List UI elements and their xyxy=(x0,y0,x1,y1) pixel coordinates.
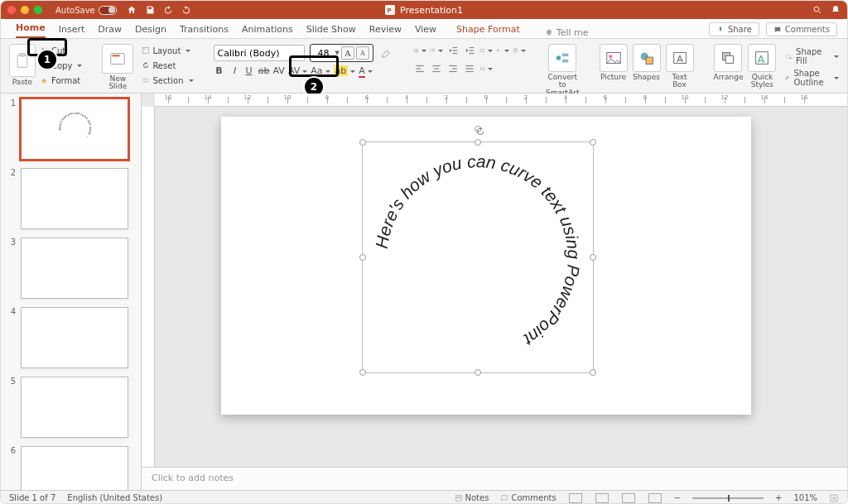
line-spacing-button[interactable] xyxy=(479,44,493,57)
tab-slideshow[interactable]: Slide Show xyxy=(306,24,356,38)
tell-me-search[interactable]: Tell me xyxy=(545,27,589,38)
cut-button[interactable]: Cut xyxy=(41,44,82,57)
undo-icon[interactable] xyxy=(163,5,173,15)
save-icon[interactable] xyxy=(145,5,155,15)
horizontal-ruler[interactable]: 1614121086420246810121416 xyxy=(155,94,847,107)
decrease-indent-button[interactable] xyxy=(446,44,460,57)
thumbnail-2[interactable]: 2 xyxy=(9,168,137,229)
tab-shape-format[interactable]: Shape Format xyxy=(456,24,520,38)
shape-fill-button[interactable]: Shape Fill xyxy=(784,47,838,65)
change-case-button[interactable]: Aa xyxy=(311,65,330,76)
tab-animations[interactable]: Animations xyxy=(242,24,293,38)
thumbnail-6[interactable]: 6 xyxy=(9,446,137,490)
bullets-button[interactable] xyxy=(413,44,426,57)
font-name-input[interactable] xyxy=(214,45,305,61)
minimize-window-button[interactable] xyxy=(21,6,29,14)
shapes-button[interactable]: Shapes xyxy=(633,44,661,81)
font-color-button[interactable]: A xyxy=(359,65,373,76)
comments-button[interactable]: Comments xyxy=(766,22,837,36)
thumbnail-1[interactable]: 1Here's how you can curve text using … xyxy=(9,98,137,160)
svg-rect-10 xyxy=(113,55,120,56)
thumbnail-5[interactable]: 5 xyxy=(9,377,137,438)
notes-pane[interactable]: Click to add notes xyxy=(142,467,847,490)
convert-smartart-button[interactable]: Convert to SmartArt xyxy=(546,44,580,97)
zoom-value[interactable]: 101% xyxy=(793,493,817,502)
section-button[interactable]: Section xyxy=(142,74,193,87)
align-text-button[interactable] xyxy=(513,44,526,57)
slide-counter[interactable]: Slide 1 of 7 xyxy=(9,493,55,502)
redo-icon[interactable] xyxy=(181,5,191,15)
thumbnail-4[interactable]: 4 xyxy=(9,307,137,368)
view-reading-button[interactable] xyxy=(622,493,635,503)
highlight-button[interactable]: ab xyxy=(334,65,356,76)
character-spacing-button[interactable]: AV xyxy=(288,65,307,76)
view-normal-button[interactable] xyxy=(569,493,582,503)
share-button[interactable]: Share xyxy=(709,22,759,36)
numbering-button[interactable]: 12 xyxy=(430,44,443,57)
tab-view[interactable]: View xyxy=(415,24,436,38)
view-slideshow-button[interactable] xyxy=(648,493,662,503)
textbox-button[interactable]: AText Box xyxy=(666,44,694,89)
bold-button[interactable]: B xyxy=(214,65,225,76)
slide-1[interactable]: Here's how you can curve text using Powe… xyxy=(221,117,751,415)
chevron-down-icon[interactable]: ▼ xyxy=(335,50,340,56)
slide-thumbnails[interactable]: 1Here's how you can curve text using … 2… xyxy=(1,94,142,490)
fit-to-window-button[interactable] xyxy=(829,493,839,503)
tab-transitions[interactable]: Transitions xyxy=(180,24,229,38)
tab-draw[interactable]: Draw xyxy=(98,24,122,38)
language-indicator[interactable]: English (United States) xyxy=(67,493,162,502)
reset-button[interactable]: Reset xyxy=(142,59,193,72)
svg-rect-24 xyxy=(432,50,435,51)
comments-toggle[interactable]: Comments xyxy=(500,493,556,502)
paste-button[interactable]: Paste xyxy=(9,44,36,87)
strike-button[interactable]: ab xyxy=(258,65,270,76)
bell-icon[interactable] xyxy=(831,5,841,15)
picture-button[interactable]: Picture xyxy=(600,44,628,81)
columns-button[interactable] xyxy=(479,62,493,75)
rotate-handle[interactable] xyxy=(475,126,481,132)
tab-design[interactable]: Design xyxy=(135,24,166,38)
quick-styles-button[interactable]: AQuick Styles xyxy=(748,44,776,89)
clear-formatting-button[interactable] xyxy=(378,46,393,60)
arrange-button[interactable]: Arrange xyxy=(714,44,744,81)
increase-font-button[interactable]: A xyxy=(341,46,354,60)
svg-rect-60 xyxy=(726,55,734,63)
autosave-switch-off[interactable] xyxy=(99,6,117,15)
justify-icon xyxy=(464,63,475,74)
text-direction-button[interactable]: A xyxy=(496,44,509,57)
notes-toggle[interactable]: Notes xyxy=(455,493,489,502)
slide-canvas-area[interactable]: Here's how you can curve text using Powe… xyxy=(155,107,847,467)
decrease-font-button[interactable]: A xyxy=(356,46,369,60)
format-painter-button[interactable]: Format xyxy=(41,74,82,87)
zoom-in-button[interactable]: + xyxy=(775,493,782,502)
underline-button[interactable]: U xyxy=(243,65,255,76)
justify-button[interactable] xyxy=(463,62,476,75)
align-center-button[interactable] xyxy=(430,62,443,75)
view-sorter-button[interactable] xyxy=(595,493,609,503)
tab-home[interactable]: Home xyxy=(16,22,46,38)
curved-text-box[interactable]: Here's how you can curve text using Powe… xyxy=(362,142,594,373)
new-slide-button[interactable]: New Slide xyxy=(102,44,133,91)
zoom-out-button[interactable]: − xyxy=(674,493,681,502)
thumbnail-3[interactable]: 3 xyxy=(9,238,137,299)
layout-button[interactable]: Layout xyxy=(142,44,193,57)
svg-rect-71 xyxy=(456,497,460,498)
zoom-slider[interactable] xyxy=(692,497,764,499)
italic-button[interactable]: I xyxy=(229,65,240,76)
vertical-ruler[interactable] xyxy=(142,107,155,467)
align-right-button[interactable] xyxy=(446,62,460,75)
tab-review[interactable]: Review xyxy=(369,24,402,38)
align-left-button[interactable] xyxy=(413,62,426,75)
increase-indent-button[interactable] xyxy=(463,44,476,57)
shadow-button[interactable]: AV xyxy=(273,65,285,76)
search-icon[interactable] xyxy=(812,5,822,15)
copy-button[interactable]: Copy xyxy=(41,59,82,72)
svg-rect-4 xyxy=(20,54,26,56)
shape-outline-button[interactable]: Shape Outline xyxy=(784,69,838,87)
font-size-input[interactable] xyxy=(314,48,334,59)
autosave-toggle[interactable]: AutoSave xyxy=(55,6,117,15)
zoom-window-button[interactable] xyxy=(34,6,42,14)
close-window-button[interactable] xyxy=(7,6,16,14)
tab-insert[interactable]: Insert xyxy=(59,24,85,38)
home-icon[interactable] xyxy=(127,5,137,15)
